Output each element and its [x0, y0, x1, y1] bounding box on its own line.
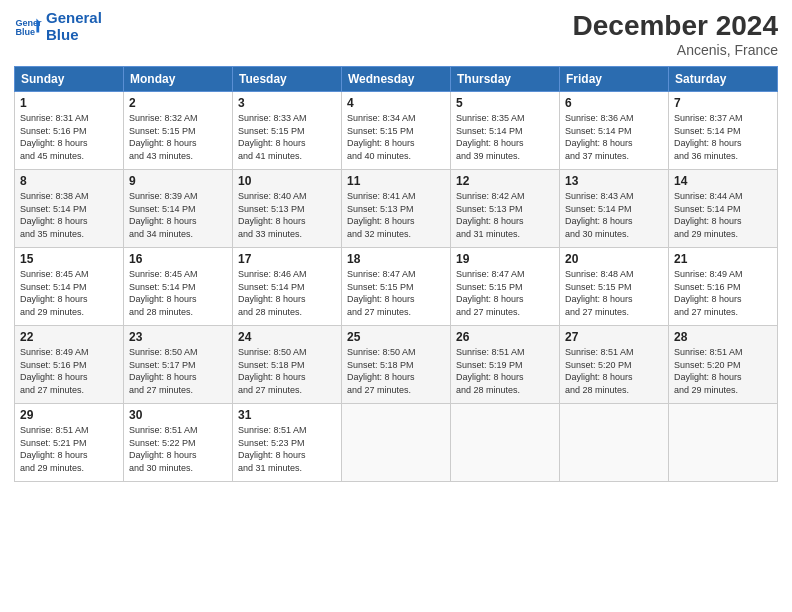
logo-text: General Blue: [46, 10, 102, 43]
day-number: 24: [238, 330, 336, 344]
weekday-header-saturday: Saturday: [669, 67, 778, 92]
calendar-week-row: 15Sunrise: 8:45 AMSunset: 5:14 PMDayligh…: [15, 248, 778, 326]
day-info: Sunrise: 8:45 AMSunset: 5:14 PMDaylight:…: [20, 268, 118, 318]
calendar-cell: 2Sunrise: 8:32 AMSunset: 5:15 PMDaylight…: [124, 92, 233, 170]
day-info: Sunrise: 8:35 AMSunset: 5:14 PMDaylight:…: [456, 112, 554, 162]
calendar-cell: 30Sunrise: 8:51 AMSunset: 5:22 PMDayligh…: [124, 404, 233, 482]
weekday-header-wednesday: Wednesday: [342, 67, 451, 92]
calendar-cell: 8Sunrise: 8:38 AMSunset: 5:14 PMDaylight…: [15, 170, 124, 248]
day-info: Sunrise: 8:42 AMSunset: 5:13 PMDaylight:…: [456, 190, 554, 240]
day-info: Sunrise: 8:33 AMSunset: 5:15 PMDaylight:…: [238, 112, 336, 162]
page-container: General Blue General Blue December 2024 …: [0, 0, 792, 612]
day-number: 4: [347, 96, 445, 110]
weekday-header-friday: Friday: [560, 67, 669, 92]
calendar-cell: 12Sunrise: 8:42 AMSunset: 5:13 PMDayligh…: [451, 170, 560, 248]
day-info: Sunrise: 8:51 AMSunset: 5:20 PMDaylight:…: [674, 346, 772, 396]
calendar-cell: 18Sunrise: 8:47 AMSunset: 5:15 PMDayligh…: [342, 248, 451, 326]
day-info: Sunrise: 8:51 AMSunset: 5:19 PMDaylight:…: [456, 346, 554, 396]
day-info: Sunrise: 8:50 AMSunset: 5:17 PMDaylight:…: [129, 346, 227, 396]
day-number: 12: [456, 174, 554, 188]
day-info: Sunrise: 8:44 AMSunset: 5:14 PMDaylight:…: [674, 190, 772, 240]
logo: General Blue General Blue: [14, 10, 102, 43]
day-info: Sunrise: 8:43 AMSunset: 5:14 PMDaylight:…: [565, 190, 663, 240]
day-number: 21: [674, 252, 772, 266]
day-info: Sunrise: 8:38 AMSunset: 5:14 PMDaylight:…: [20, 190, 118, 240]
weekday-header-monday: Monday: [124, 67, 233, 92]
calendar-cell: 15Sunrise: 8:45 AMSunset: 5:14 PMDayligh…: [15, 248, 124, 326]
calendar-cell: [560, 404, 669, 482]
calendar-cell: 5Sunrise: 8:35 AMSunset: 5:14 PMDaylight…: [451, 92, 560, 170]
day-number: 29: [20, 408, 118, 422]
calendar-cell: 11Sunrise: 8:41 AMSunset: 5:13 PMDayligh…: [342, 170, 451, 248]
calendar-cell: 21Sunrise: 8:49 AMSunset: 5:16 PMDayligh…: [669, 248, 778, 326]
day-info: Sunrise: 8:50 AMSunset: 5:18 PMDaylight:…: [238, 346, 336, 396]
day-number: 17: [238, 252, 336, 266]
calendar-cell: 4Sunrise: 8:34 AMSunset: 5:15 PMDaylight…: [342, 92, 451, 170]
calendar-cell: 7Sunrise: 8:37 AMSunset: 5:14 PMDaylight…: [669, 92, 778, 170]
calendar-cell: 1Sunrise: 8:31 AMSunset: 5:16 PMDaylight…: [15, 92, 124, 170]
day-number: 8: [20, 174, 118, 188]
day-number: 7: [674, 96, 772, 110]
day-number: 25: [347, 330, 445, 344]
day-number: 3: [238, 96, 336, 110]
calendar-week-row: 1Sunrise: 8:31 AMSunset: 5:16 PMDaylight…: [15, 92, 778, 170]
day-number: 15: [20, 252, 118, 266]
calendar-cell: 27Sunrise: 8:51 AMSunset: 5:20 PMDayligh…: [560, 326, 669, 404]
calendar-cell: 16Sunrise: 8:45 AMSunset: 5:14 PMDayligh…: [124, 248, 233, 326]
day-number: 20: [565, 252, 663, 266]
day-number: 5: [456, 96, 554, 110]
day-number: 14: [674, 174, 772, 188]
day-info: Sunrise: 8:34 AMSunset: 5:15 PMDaylight:…: [347, 112, 445, 162]
calendar-cell: 25Sunrise: 8:50 AMSunset: 5:18 PMDayligh…: [342, 326, 451, 404]
day-number: 2: [129, 96, 227, 110]
day-info: Sunrise: 8:41 AMSunset: 5:13 PMDaylight:…: [347, 190, 445, 240]
day-number: 16: [129, 252, 227, 266]
day-number: 28: [674, 330, 772, 344]
calendar-cell: [669, 404, 778, 482]
calendar-table: SundayMondayTuesdayWednesdayThursdayFrid…: [14, 66, 778, 482]
day-number: 1: [20, 96, 118, 110]
calendar-cell: 28Sunrise: 8:51 AMSunset: 5:20 PMDayligh…: [669, 326, 778, 404]
day-number: 18: [347, 252, 445, 266]
day-number: 13: [565, 174, 663, 188]
day-info: Sunrise: 8:50 AMSunset: 5:18 PMDaylight:…: [347, 346, 445, 396]
calendar-week-row: 8Sunrise: 8:38 AMSunset: 5:14 PMDaylight…: [15, 170, 778, 248]
location-subtitle: Ancenis, France: [573, 42, 778, 58]
calendar-cell: 14Sunrise: 8:44 AMSunset: 5:14 PMDayligh…: [669, 170, 778, 248]
day-info: Sunrise: 8:51 AMSunset: 5:21 PMDaylight:…: [20, 424, 118, 474]
calendar-cell: [451, 404, 560, 482]
calendar-cell: 19Sunrise: 8:47 AMSunset: 5:15 PMDayligh…: [451, 248, 560, 326]
calendar-week-row: 29Sunrise: 8:51 AMSunset: 5:21 PMDayligh…: [15, 404, 778, 482]
day-info: Sunrise: 8:32 AMSunset: 5:15 PMDaylight:…: [129, 112, 227, 162]
day-number: 9: [129, 174, 227, 188]
title-block: December 2024 Ancenis, France: [573, 10, 778, 58]
day-number: 19: [456, 252, 554, 266]
calendar-cell: 23Sunrise: 8:50 AMSunset: 5:17 PMDayligh…: [124, 326, 233, 404]
day-info: Sunrise: 8:31 AMSunset: 5:16 PMDaylight:…: [20, 112, 118, 162]
day-info: Sunrise: 8:45 AMSunset: 5:14 PMDaylight:…: [129, 268, 227, 318]
calendar-cell: [342, 404, 451, 482]
day-number: 26: [456, 330, 554, 344]
calendar-cell: 17Sunrise: 8:46 AMSunset: 5:14 PMDayligh…: [233, 248, 342, 326]
day-info: Sunrise: 8:47 AMSunset: 5:15 PMDaylight:…: [347, 268, 445, 318]
calendar-cell: 31Sunrise: 8:51 AMSunset: 5:23 PMDayligh…: [233, 404, 342, 482]
calendar-cell: 9Sunrise: 8:39 AMSunset: 5:14 PMDaylight…: [124, 170, 233, 248]
day-info: Sunrise: 8:48 AMSunset: 5:15 PMDaylight:…: [565, 268, 663, 318]
day-info: Sunrise: 8:40 AMSunset: 5:13 PMDaylight:…: [238, 190, 336, 240]
day-number: 10: [238, 174, 336, 188]
day-info: Sunrise: 8:37 AMSunset: 5:14 PMDaylight:…: [674, 112, 772, 162]
weekday-header-thursday: Thursday: [451, 67, 560, 92]
calendar-cell: 6Sunrise: 8:36 AMSunset: 5:14 PMDaylight…: [560, 92, 669, 170]
day-info: Sunrise: 8:46 AMSunset: 5:14 PMDaylight:…: [238, 268, 336, 318]
page-header: General Blue General Blue December 2024 …: [14, 10, 778, 58]
day-number: 30: [129, 408, 227, 422]
day-info: Sunrise: 8:36 AMSunset: 5:14 PMDaylight:…: [565, 112, 663, 162]
day-number: 23: [129, 330, 227, 344]
day-info: Sunrise: 8:51 AMSunset: 5:20 PMDaylight:…: [565, 346, 663, 396]
day-number: 31: [238, 408, 336, 422]
day-info: Sunrise: 8:49 AMSunset: 5:16 PMDaylight:…: [20, 346, 118, 396]
calendar-cell: 10Sunrise: 8:40 AMSunset: 5:13 PMDayligh…: [233, 170, 342, 248]
calendar-cell: 26Sunrise: 8:51 AMSunset: 5:19 PMDayligh…: [451, 326, 560, 404]
calendar-week-row: 22Sunrise: 8:49 AMSunset: 5:16 PMDayligh…: [15, 326, 778, 404]
calendar-cell: 3Sunrise: 8:33 AMSunset: 5:15 PMDaylight…: [233, 92, 342, 170]
